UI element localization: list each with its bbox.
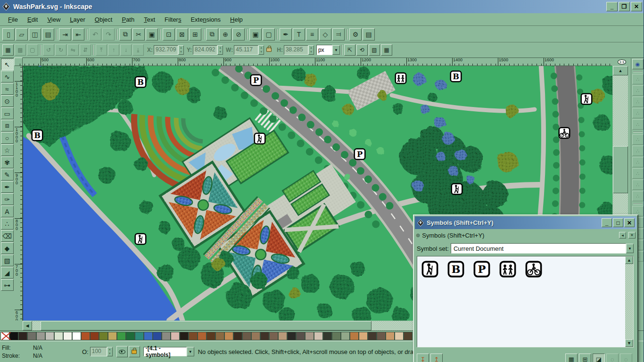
palette-swatch[interactable] (36, 332, 45, 340)
palette-swatch[interactable] (9, 332, 18, 340)
ungroup-objects-button[interactable]: ▢ (263, 28, 275, 41)
menu-path[interactable]: Path (117, 15, 139, 25)
palette-swatch[interactable] (368, 332, 377, 340)
symbols-scroll-down-button[interactable]: ▼ (625, 339, 633, 347)
paint-bucket-tool-button[interactable]: ◆ (1, 242, 14, 254)
palette-swatch[interactable] (386, 332, 395, 340)
fill-stroke-dialog-button[interactable]: ✒ (280, 28, 292, 41)
palette-swatch[interactable] (189, 332, 198, 340)
symbol-tile-boating[interactable] (447, 260, 465, 278)
snap-bbox-corners-button[interactable]: ∴ (632, 97, 644, 107)
rectangle-tool-button[interactable]: ▭ (1, 107, 14, 119)
menu-help[interactable]: Help (226, 15, 247, 25)
map-symbol-hiker[interactable] (255, 133, 265, 144)
palette-swatch[interactable] (153, 332, 162, 340)
palette-swatch[interactable] (341, 332, 350, 340)
duplicate-button[interactable]: ⧉ (206, 28, 218, 41)
cut-button[interactable]: ✂ (132, 28, 145, 41)
palette-swatch[interactable] (314, 332, 323, 340)
dialog-maximize-button[interactable]: □ (613, 218, 623, 227)
text-tool-button[interactable]: A (1, 206, 14, 217)
palette-swatch[interactable] (377, 332, 386, 340)
snap-bbox-centers-button[interactable]: ∴ (632, 119, 644, 130)
palette-swatch[interactable] (332, 332, 341, 340)
y-spinner[interactable]: ▲▼ (217, 45, 223, 55)
palette-swatch[interactable] (27, 332, 36, 340)
palette-swatch[interactable] (296, 332, 305, 340)
panel-anchor-icon[interactable]: ⊛ (416, 232, 420, 239)
palette-swatch[interactable] (117, 332, 126, 340)
symbol-tile-bicycle-trail[interactable] (525, 260, 543, 278)
bezier-tool-button[interactable]: ✒ (1, 181, 14, 193)
palette-swatch[interactable] (350, 332, 359, 340)
palette-swatch[interactable] (215, 332, 224, 340)
send-to-symbols-button[interactable]: ↧ (417, 354, 429, 362)
snap-smooth-nodes-button[interactable]: ∴ (632, 180, 644, 190)
palette-swatch[interactable] (260, 332, 269, 340)
scale-symbols-to-fit-button[interactable]: ◪ (593, 354, 605, 362)
box3d-tool-button[interactable]: ⧈ (1, 120, 14, 132)
menu-extensions[interactable]: Extensions (186, 15, 225, 25)
vertical-scroll-thumb[interactable] (613, 146, 628, 193)
palette-swatch[interactable] (323, 332, 332, 340)
selector-tool-button[interactable]: ↖ (1, 58, 14, 70)
symbol-tile-playground[interactable] (499, 260, 517, 278)
menu-object[interactable]: Object (91, 15, 117, 25)
restore-button[interactable]: ❐ (619, 2, 630, 11)
menu-filters[interactable]: Filters (160, 15, 185, 25)
palette-swatch[interactable] (198, 332, 206, 340)
close-button[interactable]: ✕ (631, 2, 642, 11)
map-symbol-hiker[interactable] (452, 184, 462, 195)
palette-swatch[interactable] (206, 332, 215, 340)
lock-ratio-icon[interactable] (266, 47, 272, 53)
xml-editor-button[interactable]: ◇ (319, 28, 331, 41)
snap-paths-button[interactable]: ∴ (632, 146, 644, 156)
pencil-tool-button[interactable]: ✎ (1, 169, 14, 181)
x-field[interactable]: 932.709 (154, 45, 178, 55)
menu-text[interactable]: Text (140, 15, 159, 25)
map-symbol-hiker[interactable] (135, 234, 146, 245)
palette-swatch[interactable] (90, 332, 99, 340)
horizontal-scroll-thumb[interactable] (41, 321, 372, 330)
symbol-set-select[interactable]: Current Document ▼ (451, 243, 634, 254)
transform-gradient-button[interactable]: ▧ (369, 44, 380, 56)
palette-swatch[interactable] (287, 332, 296, 340)
palette-swatch[interactable] (224, 332, 233, 340)
menu-file[interactable]: File (4, 15, 22, 25)
fill-stroke-indicator[interactable]: Fill:N/A Stroke:N/A (0, 343, 79, 361)
palette-swatch[interactable] (242, 332, 251, 340)
align-distribute-button[interactable]: ⫤ (332, 28, 345, 41)
palette-swatch[interactable] (162, 332, 171, 340)
units-dropdown-arrow[interactable]: ▼ (332, 45, 340, 55)
opacity-spinner[interactable]: ▲▼ (107, 347, 113, 356)
snap-nodes-button[interactable]: ∴ (632, 134, 644, 145)
unlink-clone-button[interactable]: ⊘ (232, 28, 245, 41)
h-spinner[interactable]: ▲▼ (308, 45, 314, 55)
snap-bounding-box-button[interactable]: ∴ (632, 74, 644, 84)
gradient-tool-button[interactable]: ▧ (1, 255, 14, 266)
symbol-tile-parking[interactable] (473, 260, 491, 278)
palette-swatch[interactable] (269, 332, 278, 340)
panel-close-button[interactable]: ✕ (628, 232, 636, 239)
zoom-1-1-button[interactable]: 1:1 (614, 58, 630, 66)
layer-visibility-toggle[interactable] (116, 346, 128, 357)
palette-swatch-none[interactable] (0, 332, 9, 340)
palette-swatch[interactable] (54, 332, 63, 340)
w-spinner[interactable]: ▲▼ (258, 45, 264, 55)
w-field[interactable]: 45.117 (234, 45, 258, 55)
palette-swatch[interactable] (18, 332, 27, 340)
vertical-ruler[interactable]: 11001000900800700600 (14, 66, 23, 321)
map-symbol-bike[interactable] (559, 128, 570, 139)
menu-view[interactable]: View (43, 15, 65, 25)
symbol-tile-hiking-trail[interactable] (421, 260, 439, 278)
map-symbol-p[interactable] (355, 149, 365, 160)
group-objects-button[interactable]: ▣ (249, 28, 262, 41)
transform-corners-button[interactable]: ⟲ (356, 44, 368, 56)
palette-swatch[interactable] (404, 332, 413, 340)
map-symbol-b[interactable] (135, 77, 146, 88)
select-all-button[interactable]: ▦ (2, 44, 14, 56)
opacity-field[interactable]: 100 (90, 347, 107, 356)
map-symbol-hiker[interactable] (581, 94, 592, 105)
palette-swatch[interactable] (126, 332, 135, 340)
zoom-to-drawing-button[interactable]: ⊠ (176, 28, 188, 41)
